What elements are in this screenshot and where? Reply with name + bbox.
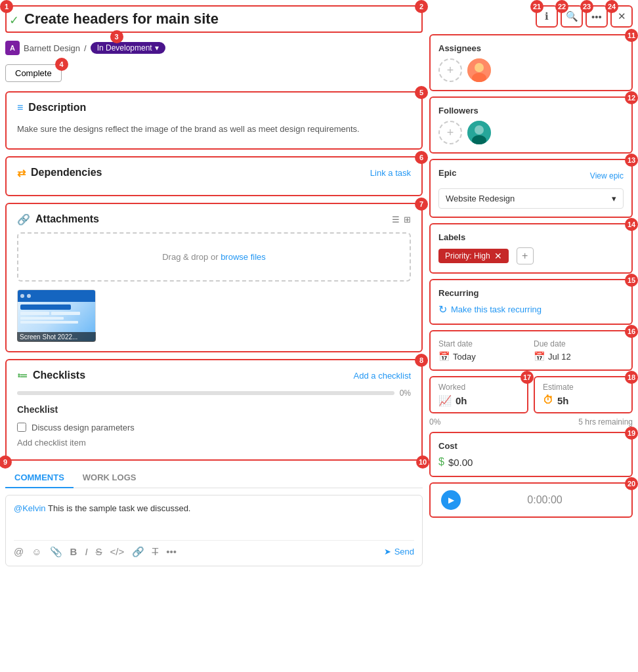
info-button[interactable]: 21 ℹ [536,5,558,28]
badge-2: 2 [415,0,428,13]
attachments-title: 🔗 Attachments [17,213,99,226]
priority-label: Priority: High ✕ [438,249,509,263]
followers-title: Followers [438,106,624,116]
due-date-value[interactable]: 📅 Jul 12 [534,351,624,362]
assignee-avatar-1[interactable] [467,58,491,82]
add-checklist-input[interactable] [17,435,411,450]
info-icon: ℹ [545,10,549,22]
status-badge[interactable]: In Development ▾ 3 [91,42,165,54]
bold-icon[interactable]: B [70,546,77,557]
badge-6: 6 [415,151,428,164]
link-icon[interactable]: 🔗 [132,546,144,558]
cost-value[interactable]: $ $0.00 [438,456,624,468]
cost-section: Cost $ $0.00 19 [429,432,633,477]
attachments-section: 🔗 Attachments ☰ ⊞ Drag & drop or browse … [5,203,423,352]
view-epic-button[interactable]: View epic [590,171,624,180]
complete-button[interactable]: Complete [5,64,62,82]
due-date-field: Due date 📅 Jul 12 [534,339,624,362]
remove-label-button[interactable]: ✕ [494,251,502,261]
add-checklist-button[interactable]: Add a checklist [354,371,411,381]
dates-grid: Start date 📅 Today Due date 📅 Jul 12 [438,339,624,362]
task-title[interactable]: Create headers for main site [24,10,419,28]
dependencies-icon: ⇄ [17,167,26,179]
play-timer-button[interactable]: ▶ [441,490,461,510]
dropzone[interactable]: Drag & drop or browse files [17,232,411,282]
metrics-footer: 0% 5 hrs remaining [429,417,633,427]
link-task-button[interactable]: Link a task [370,168,411,178]
more-button[interactable]: 23 ••• [585,5,608,28]
list-view-icon[interactable]: ☰ [392,215,400,224]
timer-display: 0:00:00 [469,494,621,506]
estimate-value[interactable]: ⏱ 5h [543,394,624,406]
project-avatar: A [5,41,20,55]
checklist-progress: 0% [17,388,411,398]
task-title-area: 1 ✓ Create headers for main site 2 [5,5,423,33]
follower-avatar-1[interactable] [467,121,491,144]
badge-19: 19 [625,427,638,440]
worked-label: Worked [438,383,519,392]
person1-svg [467,58,491,82]
description-text[interactable]: Make sure the designs reflect the image … [17,120,411,139]
badge-24: 24 [605,0,618,13]
comment-box: @Kelvin This is the sample task we discu… [5,495,423,566]
task-check-icon: ✓ [9,13,19,28]
assignees-avatars: + [438,58,624,82]
start-date-label: Start date [438,339,528,348]
make-recurring-button[interactable]: Make this task recurring [451,304,542,314]
grid-view-icon[interactable]: ⊞ [404,215,411,224]
add-follower-button[interactable]: + [438,121,462,144]
more-tools-icon[interactable]: ••• [166,546,177,557]
send-button[interactable]: ➤ Send [384,547,414,556]
worked-value[interactable]: 📈 0h [438,394,519,407]
comment-toolbar: @ ☺ 📎 B I S </> 🔗 T̶ ••• ➤ Send [14,540,414,558]
thumbnail-grid: Screen Shot 2022... [17,289,411,342]
add-assignee-button[interactable]: + [438,58,462,82]
progress-percent: 0% [400,388,411,398]
description-title: ≡ Description [17,102,86,114]
badge-14: 14 [625,218,638,231]
search-button[interactable]: 22 🔍 [561,5,583,28]
badge-10: 10 [416,455,429,469]
attach-toolbar: ☰ ⊞ [392,215,411,224]
followers-avatars: + [438,121,624,144]
worked-box: 17 Worked 📈 0h [429,376,528,413]
badge-11: 11 [625,29,638,42]
add-label-button[interactable]: + [517,247,534,264]
tab-comments[interactable]: COMMENTS [5,467,74,488]
italic-icon[interactable]: I [85,546,87,557]
tab-worklogs[interactable]: WORK LOGS [74,467,146,488]
badge-18: 18 [625,371,638,384]
epic-header: Epic View epic [438,168,624,183]
send-icon: ➤ [384,547,391,556]
badge-20: 20 [625,477,638,490]
strikethrough2-icon[interactable]: T̶ [152,546,158,558]
comment-text[interactable]: @Kelvin This is the sample task we discu… [14,503,414,530]
checklist-checkbox[interactable] [17,423,26,432]
thumbnail-item[interactable]: Screen Shot 2022... [17,289,96,342]
code-icon[interactable]: </> [110,546,125,557]
close-button[interactable]: 24 ✕ [610,5,633,28]
epic-dropdown[interactable]: Website Redesign ▾ [438,188,624,209]
checklist-item-text: Discuss design parameters [32,423,135,432]
thumbnail-label: Screen Shot 2022... [17,332,96,342]
emoji-icon[interactable]: ☺ [32,546,41,557]
dependencies-title: ⇄ Dependencies [17,167,102,179]
attach-icon: 🔗 [17,213,30,226]
browse-files-link[interactable]: browse files [221,252,266,262]
comments-tabs: 9 COMMENTS WORK LOGS 10 [5,467,423,488]
svg-point-4 [475,125,484,135]
dependencies-header: ⇄ Dependencies Link a task [17,167,411,179]
comment-tools: @ ☺ 📎 B I S </> 🔗 T̶ ••• [14,546,177,558]
project-name: Barnett Design [24,43,80,53]
emoji-mention-icon[interactable]: @ [14,546,24,557]
comment-mention: @Kelvin [14,503,46,513]
start-date-value[interactable]: 📅 Today [438,351,528,362]
followers-section: Followers + 12 [429,96,633,154]
description-icon: ≡ [17,102,23,114]
strikethrough-icon[interactable]: S [96,546,102,557]
close-icon: ✕ [618,10,626,22]
recurring-section: Recurring ↻ Make this task recurring 15 [429,279,633,325]
calendar-due-icon: 📅 [534,351,545,362]
badge-22: 22 [555,0,568,13]
attach-comment-icon[interactable]: 📎 [50,546,62,558]
